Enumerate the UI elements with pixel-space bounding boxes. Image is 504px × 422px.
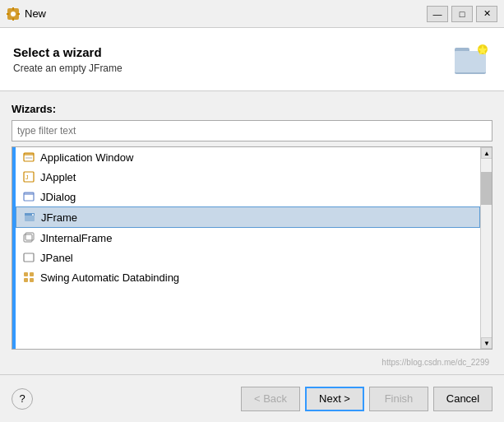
svg-rect-17: [24, 192, 34, 195]
svg-point-1: [11, 12, 16, 16]
list-item[interactable]: JPanel: [16, 248, 480, 267]
window-controls: — □ ✕: [427, 6, 497, 22]
jframe-icon: [23, 211, 36, 224]
watermark-text: https://blog.csdn.me/dc_2299: [12, 358, 492, 367]
minimize-button[interactable]: —: [427, 6, 448, 22]
jpanel-icon: [22, 251, 35, 264]
list-item-label: JPanel: [40, 252, 73, 264]
svg-rect-24: [24, 272, 28, 276]
wizards-label: Wizards:: [12, 103, 492, 115]
scroll-thumb[interactable]: [481, 172, 492, 205]
list-item[interactable]: Application Window: [16, 147, 480, 167]
finish-button[interactable]: Finish: [369, 387, 428, 411]
scroll-down-arrow[interactable]: ▼: [481, 337, 492, 349]
svg-rect-23: [24, 253, 34, 262]
list-item[interactable]: J JApplet: [16, 167, 480, 187]
content-area: Wizards: Application Window: [0, 91, 504, 350]
list-item-label: Application Window: [40, 151, 133, 164]
scrollbar[interactable]: ▲ ▼: [480, 147, 492, 349]
swing-databinding-icon: [22, 271, 35, 284]
svg-rect-3: [12, 18, 14, 21]
svg-rect-4: [7, 13, 9, 15]
jinternalframe-icon: [22, 231, 35, 244]
list-item[interactable]: JInternalFrame: [16, 228, 480, 248]
bottom-bar: ? < Back Next > Finish Cancel: [0, 374, 504, 422]
wizard-heading: Select a wizard: [13, 45, 123, 59]
svg-rect-27: [30, 278, 34, 282]
back-button[interactable]: < Back: [241, 387, 300, 411]
svg-rect-8: [455, 51, 486, 72]
wizard-graphic-icon: [451, 39, 491, 79]
window-icon: [7, 7, 20, 21]
app-window-icon: [22, 151, 35, 164]
title-bar: New — □ ✕: [0, 0, 504, 28]
list-item-label: JFrame: [41, 211, 77, 224]
scroll-up-arrow[interactable]: ▲: [481, 147, 492, 159]
jdialog-icon: [22, 190, 35, 203]
svg-rect-2: [12, 7, 14, 10]
list-item-label: JInternalFrame: [40, 232, 112, 244]
list-item-jframe[interactable]: JFrame: [16, 206, 480, 228]
list-item-label: JDialog: [40, 191, 76, 203]
list-item-label: Swing Automatic Databinding: [40, 271, 179, 284]
header-section: Select a wizard Create an empty JFrame: [0, 28, 504, 91]
svg-rect-12: [24, 153, 34, 155]
svg-rect-20: [32, 214, 34, 216]
svg-rect-26: [24, 278, 28, 282]
header-text: Select a wizard Create an empty JFrame: [13, 45, 123, 74]
help-section: ?: [12, 388, 33, 410]
action-buttons: < Back Next > Finish Cancel: [33, 387, 492, 411]
list-item-label: JApplet: [40, 171, 76, 183]
window-title: New: [25, 7, 427, 20]
filter-input[interactable]: [12, 120, 492, 141]
svg-rect-25: [30, 272, 34, 276]
watermark-area: https://blog.csdn.me/dc_2299: [0, 350, 504, 374]
cancel-button[interactable]: Cancel: [433, 387, 492, 411]
next-button[interactable]: Next >: [305, 387, 364, 411]
wizards-list-container: Application Window J JApplet: [12, 146, 492, 350]
japplet-icon: J: [22, 170, 35, 183]
wizards-list: Application Window J JApplet: [16, 147, 480, 349]
maximize-button[interactable]: □: [451, 6, 473, 22]
list-item[interactable]: Swing Automatic Databinding: [16, 267, 480, 287]
wizard-subtext: Create an empty JFrame: [13, 63, 123, 74]
close-button[interactable]: ✕: [476, 6, 497, 22]
svg-rect-5: [17, 13, 20, 15]
help-button[interactable]: ?: [12, 388, 33, 410]
list-item[interactable]: JDialog: [16, 187, 480, 206]
svg-text:J: J: [25, 174, 29, 180]
